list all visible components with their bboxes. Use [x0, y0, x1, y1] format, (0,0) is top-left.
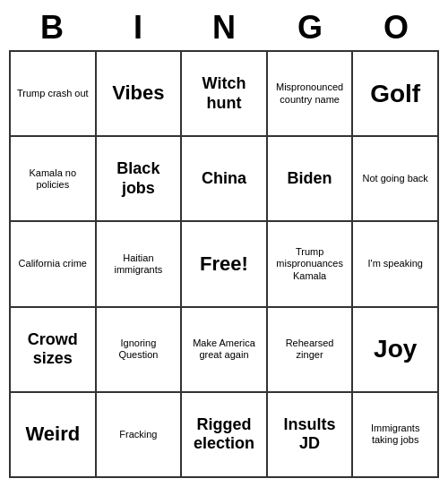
bingo-cell-24[interactable]: Immigrants taking jobs — [353, 393, 439, 478]
bingo-cell-18[interactable]: Rehearsed zinger — [268, 308, 354, 393]
bingo-cell-14[interactable]: I'm speaking — [353, 222, 439, 307]
bingo-cell-6[interactable]: Black jobs — [97, 137, 183, 222]
bingo-cell-20[interactable]: Weird — [11, 393, 97, 478]
bingo-cell-17[interactable]: Make America great again — [182, 308, 268, 393]
bingo-cell-15[interactable]: Crowd sizes — [11, 308, 97, 393]
bingo-cell-13[interactable]: Trump mispronuances Kamala — [268, 222, 354, 307]
bingo-grid: Trump crash outVibesWitch huntMispronoun… — [9, 50, 439, 478]
bingo-cell-23[interactable]: Insults JD — [268, 393, 354, 478]
bingo-cell-7[interactable]: China — [182, 137, 268, 222]
letter-i: I — [95, 9, 181, 47]
letter-n: N — [181, 9, 267, 47]
bingo-cell-3[interactable]: Mispronounced country name — [268, 52, 354, 137]
bingo-cell-16[interactable]: Ignoring Question — [97, 308, 183, 393]
bingo-cell-9[interactable]: Not going back — [353, 137, 439, 222]
bingo-cell-21[interactable]: Fracking — [97, 393, 183, 478]
bingo-cell-22[interactable]: Rigged election — [182, 393, 268, 478]
bingo-cell-0[interactable]: Trump crash out — [11, 52, 97, 137]
bingo-cell-12[interactable]: Free! — [182, 222, 268, 307]
letter-b: B — [9, 9, 95, 47]
bingo-cell-2[interactable]: Witch hunt — [182, 52, 268, 137]
bingo-cell-1[interactable]: Vibes — [97, 52, 183, 137]
bingo-cell-19[interactable]: Joy — [353, 308, 439, 393]
bingo-title: B I N G O — [9, 9, 439, 47]
bingo-cell-8[interactable]: Biden — [268, 137, 354, 222]
bingo-cell-10[interactable]: California crime — [11, 222, 97, 307]
bingo-cell-5[interactable]: Kamala no policies — [11, 137, 97, 222]
letter-g: G — [267, 9, 353, 47]
bingo-cell-11[interactable]: Haitian immigrants — [97, 222, 183, 307]
letter-o: O — [353, 9, 439, 47]
bingo-cell-4[interactable]: Golf — [353, 52, 439, 137]
